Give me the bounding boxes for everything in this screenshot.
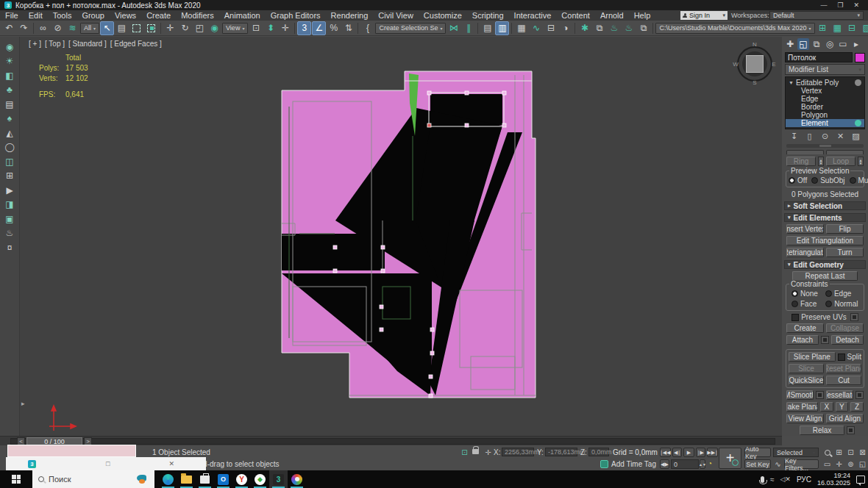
rollout-soft-selection[interactable]: ▸ Soft Selection [784,201,866,210]
rectangular-selection-icon[interactable] [129,21,143,35]
play-button[interactable]: ▶ [683,448,694,457]
taskbar-outlook[interactable] [214,470,232,488]
configure-modifier-sets-icon[interactable] [851,132,861,141]
stack-polygon[interactable]: Polygon [786,111,864,119]
menu-content[interactable]: Content [556,10,595,21]
menu-tools[interactable]: Tools [48,10,77,21]
stack-border[interactable]: Border [786,103,864,111]
visibility-icon[interactable] [855,79,861,86]
camera-icon[interactable] [2,69,17,82]
select-and-scale-icon[interactable] [193,21,207,35]
network-icon[interactable] [770,476,775,484]
menu-interactive[interactable]: Interactive [509,10,557,21]
tessellate-settings-icon[interactable] [855,391,864,399]
edit-triangulation-button[interactable]: Edit Triangulation [786,236,864,245]
selection-set-dropdown[interactable]: Selected ▾ [773,448,819,457]
planar-x-button[interactable]: X [820,402,833,412]
menu-civil-view[interactable]: Civil View [373,10,418,21]
sun-icon[interactable] [2,55,17,68]
tab-create[interactable] [784,38,796,50]
teapot-icon[interactable] [2,227,17,240]
spinner-snap-icon[interactable] [341,21,355,35]
rollout-edit-elements[interactable]: ▾ Edit Elements [784,213,866,222]
next-frame-button[interactable]: ∣▶ [696,448,705,457]
panel-splitter[interactable] [786,144,864,148]
language-indicator[interactable]: РУС [797,476,811,484]
toggle-layer-explorer-icon[interactable] [495,21,509,35]
tab-hierarchy[interactable] [811,38,822,50]
taskbar-paint-app[interactable] [288,470,306,488]
render-in-cloud-icon[interactable] [622,21,636,35]
workspace-dropdown[interactable]: Default ▾ [769,11,864,20]
viewport-menu-general[interactable]: [ + ] [29,40,41,48]
preview-multi-radio[interactable]: Multi [850,176,868,184]
edit-named-selection-icon[interactable] [360,21,374,35]
select-by-name-icon[interactable] [115,21,129,35]
isolate-selection-icon[interactable] [460,448,469,457]
select-and-move-icon[interactable] [163,21,177,35]
key-mode-toggle[interactable]: ◀▶ [660,459,669,469]
zoom-extents-all-icon[interactable] [858,448,867,457]
tree-icon[interactable] [2,112,17,125]
select-manipulate-icon[interactable] [263,21,277,35]
z-coordinate-field[interactable]: 0,0mm [588,448,609,456]
grid-panel-icon[interactable] [2,170,17,182]
loop-spinner[interactable] [858,157,864,166]
preview-window-bar[interactable] [6,457,206,470]
preserve-uvs-settings-icon[interactable] [850,313,858,321]
remove-modifier-icon[interactable] [836,132,845,141]
sign-in-button[interactable]: Sign In ▾ [680,11,728,20]
camera-plus-icon[interactable] [2,198,17,211]
select-and-rotate-icon[interactable] [178,21,192,35]
menu-customize[interactable]: Customize [419,10,467,21]
attach-button[interactable]: Attach [786,335,819,345]
taskbar-store[interactable] [196,470,214,488]
maximize-viewport-icon[interactable] [858,459,867,469]
view-align-button[interactable]: View Align [786,414,824,423]
bind-to-spacewarp-icon[interactable] [65,21,79,35]
select-object-icon[interactable] [100,21,114,35]
turn-button[interactable]: Turn [826,248,864,257]
grid-align-button[interactable]: Grid Align [826,414,864,423]
previous-frame-button[interactable]: ◀∣ [672,448,682,457]
open-file-icon[interactable] [830,21,844,35]
relax-button[interactable]: Relax [800,426,844,435]
set-keys-button[interactable]: + [719,448,741,469]
auto-key-button[interactable]: Auto Key [744,448,771,457]
flip-button[interactable]: Flip [826,224,864,234]
menu-create[interactable]: Create [141,10,176,21]
go-to-start-button[interactable]: ∣◀◀ [660,448,671,457]
menu-file[interactable]: File [0,10,24,21]
make-planar-button[interactable]: Make Planar [786,402,818,412]
unlink-selection-icon[interactable] [51,21,65,35]
shrink-button-clipped[interactable] [826,150,864,154]
create-button[interactable]: Create [786,323,824,333]
constraint-edge-radio[interactable]: Edge [825,290,851,298]
zoom-region-icon[interactable] [822,459,832,469]
viewport-menu-edged[interactable]: [ Edged Faces ] [110,40,162,48]
book-icon[interactable] [2,98,17,110]
ring-icon[interactable] [2,141,17,154]
time-configuration-icon[interactable] [708,459,712,467]
taskbar-edge[interactable] [159,470,177,488]
angle-snap-icon[interactable] [312,21,326,35]
taskbar-yandex[interactable] [232,470,251,488]
constraint-normal-radio[interactable]: Normal [825,300,858,308]
attach-settings-icon[interactable] [821,336,829,344]
orbit-icon[interactable] [846,459,855,469]
menu-rendering[interactable]: Rendering [326,10,374,21]
tab-utilities[interactable] [850,38,862,50]
undo-icon[interactable] [2,21,16,35]
constraint-none-radio[interactable]: None [791,290,818,298]
play-panel-icon[interactable] [2,184,17,196]
keyboard-shortcut-toggle-icon[interactable] [278,21,292,35]
viewport-menu-pov[interactable]: [ Top ] [45,40,65,48]
planar-z-button[interactable]: Z [850,402,864,412]
project-folder-dropdown[interactable]: C:\Users\Studio Marble\Documents\3ds Max… [655,23,814,34]
menu-help[interactable]: Help [629,10,656,21]
action-center-icon[interactable] [856,476,865,484]
align-icon[interactable] [461,21,475,35]
menu-modifiers[interactable]: Modifiers [176,10,219,21]
y-coordinate-field[interactable]: -178,613mm [545,448,577,456]
menu-edit[interactable]: Edit [24,10,48,21]
